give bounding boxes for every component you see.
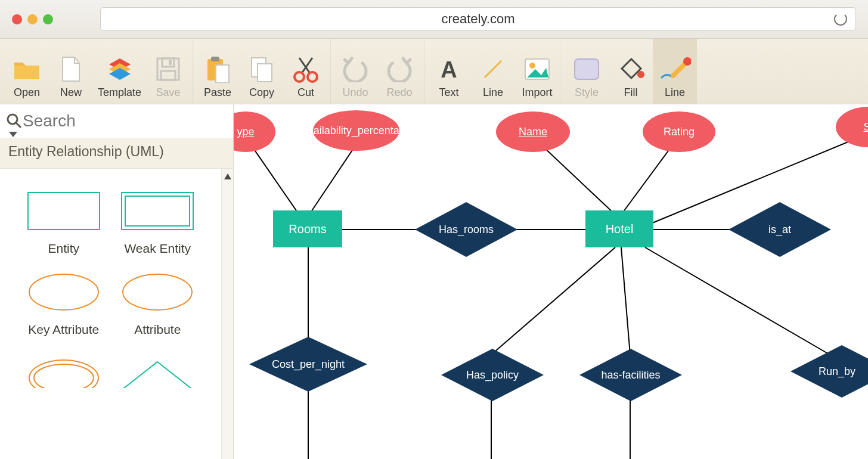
svg-line-38 (491, 247, 615, 355)
workspace: Entity Relationship (UML) Entity Weak En… (0, 104, 868, 459)
text-tool-button[interactable]: A Text (427, 39, 471, 104)
rel-cost-per-night[interactable]: Cost_per_night (247, 334, 370, 394)
rel-has-facilities[interactable]: has-facilities (577, 346, 684, 404)
rel-is-at[interactable]: is_at (726, 200, 833, 259)
open-button[interactable]: Open (5, 39, 49, 104)
style-button[interactable]: Style (565, 39, 609, 104)
diagram-canvas[interactable]: ype Availability_percentage Name Rating … (234, 104, 868, 459)
shape-label: Key Attribute (28, 322, 99, 337)
rel-has-policy[interactable]: Has_policy (439, 346, 546, 404)
rel-run-by[interactable]: Run_by (788, 343, 868, 400)
toolbar-label: Template (98, 86, 141, 99)
toolbar-label: Text (439, 86, 459, 99)
paste-icon (205, 55, 230, 83)
search-input[interactable] (23, 111, 236, 131)
svg-rect-4 (161, 71, 175, 80)
svg-rect-16 (575, 59, 599, 79)
toolbar: Open New Template Save Paste Copy Cut (0, 39, 868, 104)
toolbar-label: Style (575, 86, 599, 99)
svg-line-39 (621, 247, 630, 355)
browser-chrome: creately.com (0, 0, 868, 39)
svg-text:Run_by: Run_by (819, 365, 855, 378)
rel-has-rooms[interactable]: Has_rooms (413, 200, 520, 259)
panel-title: Entity Relationship (UML) (0, 138, 233, 169)
svg-text:Cost_per_night: Cost_per_night (272, 358, 345, 371)
svg-point-24 (29, 274, 98, 310)
attr-availability[interactable]: Availability_percentage (313, 110, 399, 151)
text-icon: A (437, 57, 461, 81)
scroll-up-icon[interactable] (224, 173, 231, 179)
scrollbar[interactable] (221, 169, 233, 459)
import-icon (523, 57, 551, 81)
svg-rect-2 (162, 58, 174, 67)
line-tool-button[interactable]: Line (471, 39, 515, 104)
svg-rect-0 (14, 66, 39, 79)
toolbar-label: Fill (624, 86, 638, 99)
window-minimize-icon[interactable] (27, 14, 38, 24)
copy-button[interactable]: Copy (240, 39, 284, 104)
toolbar-label: Line (483, 86, 503, 99)
toolbar-label: Redo (387, 86, 413, 99)
entity-rooms[interactable]: Rooms (273, 210, 342, 247)
paste-button[interactable]: Paste (196, 39, 240, 104)
svg-line-13 (485, 61, 501, 77)
shape-weak-entity[interactable]: Weak Entity (111, 191, 205, 256)
entity-hotel[interactable]: Hotel (585, 210, 653, 247)
svg-text:Has_rooms: Has_rooms (439, 224, 494, 236)
svg-text:is_at: is_at (768, 224, 791, 236)
search-icon[interactable] (6, 113, 23, 129)
shape-relationship[interactable] (111, 353, 205, 393)
save-button[interactable]: Save (146, 39, 190, 104)
dropdown-icon[interactable] (9, 132, 17, 137)
svg-line-20 (16, 123, 21, 128)
template-button[interactable]: Template (93, 39, 146, 104)
new-button[interactable]: New (49, 39, 93, 104)
toolbar-label: Copy (249, 86, 274, 99)
line-icon (481, 57, 505, 81)
svg-rect-7 (216, 65, 229, 83)
save-icon (156, 57, 181, 82)
undo-button[interactable]: Undo (333, 39, 377, 104)
svg-point-11 (308, 72, 317, 82)
svg-text:Has_policy: Has_policy (466, 369, 519, 382)
style-icon (573, 57, 600, 81)
svg-rect-3 (169, 60, 172, 65)
svg-line-29 (311, 145, 356, 212)
svg-rect-23 (125, 196, 190, 226)
svg-point-27 (34, 364, 94, 388)
svg-point-19 (8, 114, 17, 124)
svg-point-10 (294, 72, 304, 82)
line-style-button[interactable]: Line (653, 39, 697, 104)
import-button[interactable]: Import (515, 39, 559, 104)
template-icon (107, 56, 133, 82)
shape-panel: Entity Weak Entity Key Attribute Attribu… (0, 169, 233, 459)
toolbar-label: New (60, 86, 82, 99)
attr-name[interactable]: Name (496, 111, 570, 152)
shape-label: Entity (48, 241, 79, 256)
shape-attribute[interactable]: Attribute (111, 272, 205, 337)
redo-button[interactable]: Redo (377, 39, 421, 104)
attr-rating[interactable]: Rating (643, 111, 715, 152)
fill-icon (617, 57, 644, 82)
reload-icon[interactable] (834, 13, 847, 26)
svg-point-25 (123, 274, 192, 310)
fill-button[interactable]: Fill (609, 39, 653, 104)
pencil-line-icon (659, 57, 691, 82)
svg-point-15 (529, 63, 535, 69)
window-close-icon[interactable] (12, 14, 22, 24)
toolbar-label: Open (14, 86, 40, 99)
new-file-icon (60, 56, 82, 82)
shape-multivalued-attribute[interactable] (17, 353, 111, 393)
shape-entity[interactable]: Entity (17, 191, 111, 256)
svg-text:has-facilities: has-facilities (601, 369, 660, 381)
window-maximize-icon[interactable] (43, 14, 53, 24)
address-bar[interactable]: creately.com (100, 7, 856, 31)
copy-icon (249, 55, 274, 83)
redo-icon (386, 56, 413, 82)
cut-button[interactable]: Cut (284, 39, 328, 104)
shape-sidebar: Entity Relationship (UML) Entity Weak En… (0, 104, 234, 459)
shape-key-attribute[interactable]: Key Attribute (17, 272, 111, 337)
svg-point-17 (637, 71, 644, 78)
address-url: creately.com (441, 11, 514, 27)
shape-label: Weak Entity (124, 241, 191, 256)
